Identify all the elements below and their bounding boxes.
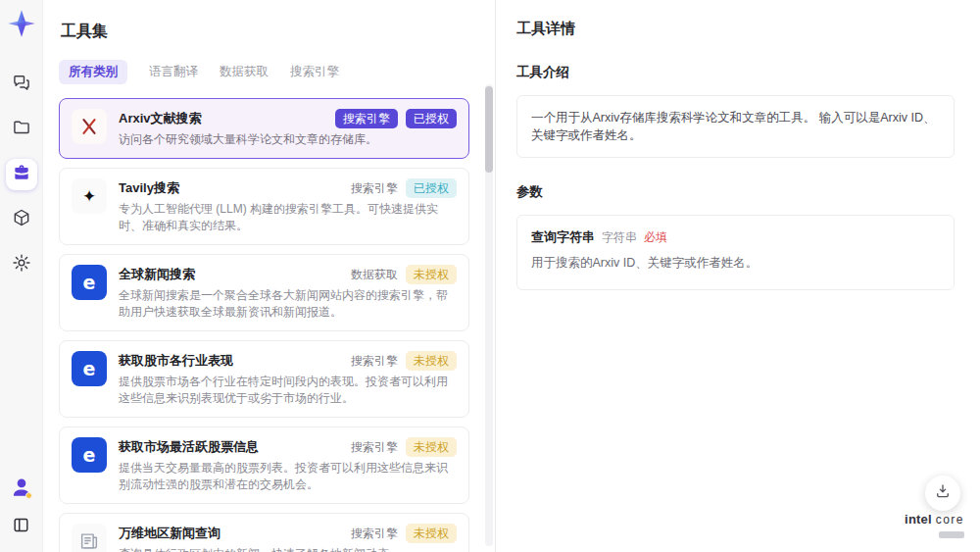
brand-core-text: core (936, 513, 964, 527)
tab-data-fetch[interactable]: 数据获取 (220, 60, 269, 84)
auth-status-badge: 未授权 (406, 265, 457, 284)
tool-detail-panel: 工具详情 工具介绍 一个用于从Arxiv存储库搜索科学论文和文章的工具。 输入可… (497, 0, 980, 552)
gear-icon (12, 253, 31, 276)
param-description: 用于搜索的Arxiv ID、关键字或作者姓名。 (531, 255, 940, 272)
brand-sub-badge (939, 531, 964, 538)
sidebar-item-packages[interactable] (6, 204, 37, 235)
auth-status-badge: 未授权 (406, 524, 457, 543)
category-label: 搜索引擎 (351, 180, 398, 197)
tab-search-engine[interactable]: 搜索引擎 (290, 60, 339, 84)
arxiv-logo-icon (72, 109, 107, 144)
category-label: 搜索引擎 (351, 439, 398, 456)
brand-intel-text: intel (905, 512, 932, 527)
intel-core-logo: intel core (905, 513, 964, 539)
avatar-person-icon (9, 475, 34, 500)
param-type: 字符串 (602, 229, 637, 246)
auth-status-badge: 已授权 (406, 178, 457, 198)
tools-list-panel: 工具集 所有类别 语言翻译 数据获取 搜索引擎 Arxiv文献搜索 访问各个研究… (43, 0, 496, 552)
tool-description: 提供股票市场各个行业在特定时间段内的表现。投资者可以利用这些信息来识别表现优于或… (119, 374, 457, 407)
tool-list: Arxiv文献搜索 访问各个研究领域大量科学论文和文章的存储库。 搜索引擎 已授… (59, 98, 473, 552)
sidebar-item-chat[interactable] (6, 69, 37, 100)
list-scrollbar[interactable] (485, 84, 493, 546)
panel-toggle-icon (12, 516, 30, 538)
tool-card-global-news[interactable]: e 全球新闻搜索 全球新闻搜索是一个聚合全球各大新闻网站内容的搜索引擎，帮助用户… (59, 254, 469, 331)
left-rail (0, 0, 43, 552)
download-button[interactable] (925, 476, 960, 511)
tool-card-regional-news[interactable]: 万维地区新闻查询 查询具体行政区划内的新闻，快速了解各地新闻动态 搜索引擎 未授… (59, 513, 469, 552)
tool-description: 查询具体行政区划内的新闻，快速了解各地新闻动态 (119, 546, 457, 552)
sidebar-item-toolbox[interactable] (6, 159, 37, 190)
stock-app-icon: e (72, 437, 107, 473)
tavily-star-icon: ✦ (72, 178, 107, 214)
tab-all-categories[interactable]: 所有类别 (59, 60, 127, 84)
news-app-icon: e (72, 265, 107, 300)
sidebar-item-settings[interactable] (6, 249, 37, 280)
tab-language-translation[interactable]: 语言翻译 (149, 60, 198, 84)
tool-card-tavily[interactable]: ✦ Tavily搜索 专为人工智能代理 (LLM) 构建的搜索引擎工具。可快速提… (59, 168, 469, 245)
params-heading: 参数 (516, 183, 955, 201)
page-title: 工具集 (61, 22, 473, 42)
tool-card-stock-sectors[interactable]: e 获取股市各行业表现 提供股票市场各个行业在特定时间段内的表现。投资者可以利用… (59, 340, 469, 418)
param-required-flag: 必填 (644, 229, 667, 246)
auth-status-badge: 未授权 (406, 437, 457, 457)
auth-status-badge: 已授权 (406, 109, 457, 128)
tool-card-active-stocks[interactable]: e 获取市场最活跃股票信息 提供当天交易量最高的股票列表。投资者可以利用这些信息… (59, 427, 469, 504)
sidebar-item-files[interactable] (6, 114, 37, 145)
category-badge: 搜索引擎 (335, 109, 398, 128)
intro-heading: 工具介绍 (516, 64, 955, 81)
tool-intro-text: 一个用于从Arxiv存储库搜索科学论文和文章的工具。 输入可以是Arxiv ID… (516, 95, 955, 158)
tool-description: 访问各个研究领域大量科学论文和文章的存储库。 (119, 131, 457, 148)
tool-description: 专为人工智能代理 (LLM) 构建的搜索引擎工具。可快速提供实时、准确和真实的结… (119, 201, 457, 234)
category-label: 数据获取 (351, 267, 398, 283)
parameter-card: 查询字符串 字符串 必填 用于搜索的Arxiv ID、关键字或作者姓名。 (516, 215, 955, 290)
category-label: 搜索引擎 (351, 353, 398, 370)
folder-icon (12, 118, 31, 141)
param-name: 查询字符串 (531, 228, 595, 246)
category-tabs: 所有类别 语言翻译 数据获取 搜索引擎 (59, 60, 473, 84)
app-logo-sparkle-icon (6, 8, 37, 39)
category-label: 搜索引擎 (351, 526, 398, 542)
scrollbar-thumb[interactable] (485, 86, 493, 173)
tool-description: 全球新闻搜索是一个聚合全球各大新闻网站内容的搜索引擎，帮助用户快速获取全球最新资… (119, 287, 457, 321)
chat-icon (12, 73, 31, 96)
toolbox-icon (12, 163, 31, 186)
collapse-panel-button[interactable] (6, 511, 37, 542)
tool-card-arxiv[interactable]: Arxiv文献搜索 访问各个研究领域大量科学论文和文章的存储库。 搜索引擎 已授… (59, 98, 469, 159)
user-avatar[interactable] (6, 472, 37, 503)
detail-title: 工具详情 (516, 20, 955, 38)
auth-status-badge: 未授权 (406, 351, 457, 371)
download-icon (934, 482, 952, 504)
newspaper-icon (72, 524, 107, 552)
stock-app-icon: e (72, 351, 107, 386)
cube-icon (12, 208, 31, 231)
tool-description: 提供当天交易量最高的股票列表。投资者可以利用这些信息来识别流动性强的股票和潜在的… (119, 460, 457, 493)
